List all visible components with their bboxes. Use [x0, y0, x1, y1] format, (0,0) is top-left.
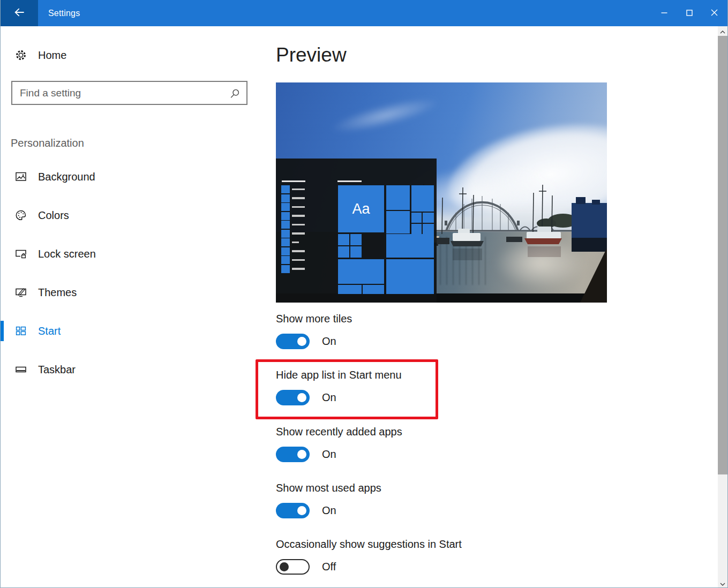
- minimize-icon: [661, 9, 667, 18]
- sidebar-item-label: Taskbar: [38, 364, 76, 376]
- toggle-show-more-tiles[interactable]: [276, 334, 310, 349]
- vertical-scrollbar: [718, 26, 727, 587]
- gear-icon: [14, 49, 27, 62]
- app-list-item: [281, 247, 305, 255]
- close-icon: [711, 9, 718, 18]
- setting-label: Show more tiles: [276, 312, 352, 326]
- app-list-item: [281, 230, 305, 238]
- sidebar-item-label: Themes: [38, 287, 77, 299]
- window-controls: [651, 0, 728, 26]
- tile: [338, 259, 384, 284]
- sidebar-item-label: Colors: [38, 209, 69, 222]
- toggle-knob: [297, 506, 306, 515]
- tile: [386, 234, 434, 258]
- maximize-icon: [686, 9, 693, 18]
- app-list-item: [281, 203, 305, 211]
- home-label: Home: [38, 49, 66, 62]
- sidebar-item-label: Background: [38, 171, 95, 183]
- toggle-show-recently-added[interactable]: [276, 447, 310, 462]
- sidebar-item-themes[interactable]: Themes: [0, 283, 252, 302]
- scroll-up-button[interactable]: [718, 26, 727, 35]
- app-list-item: [281, 265, 305, 273]
- setting-show-suggestions: Occasionally show suggestions in Start O…: [276, 537, 462, 575]
- toggle-state: On: [322, 391, 336, 404]
- tile: [423, 213, 434, 223]
- chevron-up-icon: [720, 26, 725, 36]
- toggle-show-suggestions[interactable]: [276, 559, 310, 575]
- tile-aa: Aa: [338, 185, 384, 232]
- setting-label: Occasionally show suggestions in Start: [276, 537, 462, 551]
- toggle-knob: [280, 562, 289, 571]
- sidebar-item-lock-screen[interactable]: Lock screen: [0, 244, 252, 263]
- app-list-item: [281, 221, 305, 229]
- close-button[interactable]: [702, 0, 727, 26]
- minimize-button[interactable]: [651, 0, 677, 26]
- picture-icon: [14, 170, 27, 183]
- setting-label: Hide app list in Start menu: [276, 368, 402, 382]
- tile: [386, 211, 410, 233]
- setting-label: Show most used apps: [276, 481, 381, 495]
- personalization-section-header: Personalization: [11, 137, 84, 149]
- toggle-state: Off: [322, 561, 336, 573]
- setting-show-most-used: Show most used apps On: [276, 481, 381, 518]
- palette-icon: [14, 209, 27, 222]
- back-icon: [13, 6, 26, 21]
- monitor-lock-icon: [14, 247, 27, 260]
- toggle-show-most-used[interactable]: [276, 503, 310, 518]
- app-list-heading-line: [282, 180, 305, 182]
- sidebar-item-colors[interactable]: Colors: [0, 206, 252, 225]
- title-bar: Settings: [0, 0, 728, 26]
- tile: [386, 259, 434, 294]
- toggle-state: On: [322, 504, 336, 517]
- sidebar-item-taskbar[interactable]: Taskbar: [0, 360, 252, 379]
- app-list-item: [281, 238, 305, 246]
- tile: [411, 185, 434, 212]
- tile: [350, 234, 362, 245]
- scroll-down-button[interactable]: [718, 578, 727, 587]
- tile: [423, 224, 434, 234]
- setting-show-more-tiles: Show more tiles On: [276, 312, 352, 349]
- toggle-knob: [297, 337, 306, 346]
- search-input[interactable]: [12, 82, 246, 104]
- window-title: Settings: [48, 9, 80, 18]
- sidebar-item-label: Start: [38, 325, 61, 337]
- app-list-item: [281, 256, 305, 264]
- toggle-knob: [297, 393, 306, 402]
- scrollbar-thumb[interactable]: [718, 36, 727, 474]
- tile: [350, 246, 362, 258]
- preview-image: Aa: [276, 82, 607, 303]
- taskbar-icon: [14, 363, 27, 376]
- sidebar-item-start[interactable]: Start: [0, 321, 252, 341]
- page-title: Preview: [276, 44, 347, 66]
- start-menu-overlay: Aa: [276, 159, 437, 303]
- maximize-button[interactable]: [677, 0, 702, 26]
- tile: [363, 285, 384, 294]
- back-button[interactable]: [0, 0, 38, 26]
- tile: [338, 246, 349, 258]
- tile-grid: Aa: [336, 185, 434, 300]
- setting-hide-app-list: Hide app list in Start menu On: [276, 368, 402, 405]
- sidebar-item-background[interactable]: Background: [0, 167, 252, 186]
- app-list: [281, 185, 305, 273]
- app-list-item: [281, 194, 305, 202]
- toggle-hide-app-list[interactable]: [276, 390, 310, 405]
- tile: [411, 224, 422, 234]
- toggle-state: On: [322, 448, 336, 461]
- tile: [411, 213, 422, 223]
- app-list-item: [281, 212, 305, 220]
- search-icon[interactable]: [229, 88, 241, 100]
- chevron-down-icon: [720, 578, 725, 588]
- app-list-item: [281, 185, 305, 193]
- setting-label: Show recently added apps: [276, 425, 402, 439]
- search-box: [11, 81, 247, 105]
- sidebar-item-home[interactable]: Home: [0, 46, 66, 65]
- toggle-knob: [297, 450, 306, 459]
- start-tiles-icon: [14, 325, 27, 337]
- toggle-state: On: [322, 335, 336, 348]
- monitor-brush-icon: [14, 286, 27, 299]
- tile: [386, 185, 410, 210]
- tile: [338, 285, 362, 294]
- tile: [338, 234, 349, 245]
- sidebar-item-label: Lock screen: [38, 248, 96, 260]
- setting-show-recently-added: Show recently added apps On: [276, 425, 402, 462]
